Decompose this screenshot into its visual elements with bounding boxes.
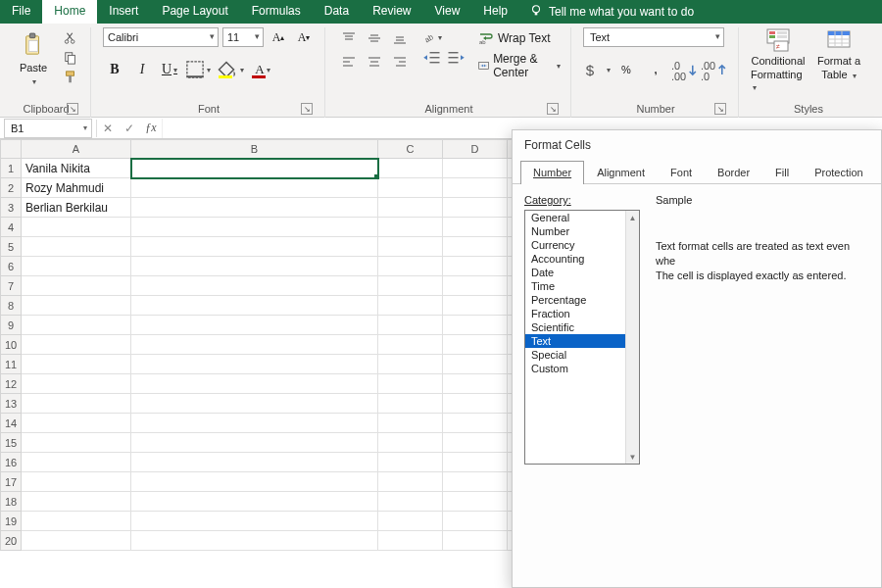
category-item[interactable]: Date [525, 266, 639, 279]
row-header[interactable]: 16 [0, 453, 22, 472]
row-header[interactable]: 5 [0, 237, 22, 257]
percent-format-button[interactable]: % [612, 59, 640, 80]
comma-format-button[interactable]: , [642, 59, 669, 80]
tab-page-layout[interactable]: Page Layout [150, 0, 239, 24]
row-header[interactable]: 10 [0, 335, 22, 355]
category-item[interactable]: Currency [525, 238, 639, 252]
font-dialog-launcher[interactable]: ↘ [301, 103, 313, 115]
cell-D16[interactable] [443, 453, 508, 472]
decrease-indent-button[interactable] [421, 49, 443, 69]
row-header[interactable]: 15 [0, 433, 22, 453]
cell-C19[interactable] [378, 512, 443, 531]
cell-A8[interactable] [22, 296, 131, 316]
cell-D18[interactable] [443, 492, 508, 512]
tab-view[interactable]: View [423, 0, 472, 24]
row-header[interactable]: 7 [0, 276, 22, 296]
dialog-tab-fill[interactable]: Fill [762, 161, 802, 184]
cell-C16[interactable] [378, 453, 443, 472]
cell-D13[interactable] [443, 394, 508, 414]
category-listbox[interactable]: GeneralNumberCurrencyAccountingDateTimeP… [524, 210, 640, 465]
row-header[interactable]: 12 [0, 374, 22, 394]
cell-D19[interactable] [443, 512, 508, 531]
cell-A20[interactable] [22, 531, 131, 551]
category-item[interactable]: Fraction [525, 307, 639, 320]
paste-button[interactable]: Paste ▾ [12, 27, 55, 90]
increase-font-button[interactable]: A▴ [268, 27, 289, 47]
cell-D5[interactable] [443, 237, 508, 257]
row-header[interactable]: 1 [0, 159, 22, 178]
row-header[interactable]: 8 [0, 296, 22, 316]
column-header[interactable]: C [378, 139, 443, 159]
cell-A10[interactable] [22, 335, 131, 355]
align-middle-button[interactable] [363, 27, 386, 49]
fill-color-button[interactable]: ▾ [215, 59, 244, 80]
cell-A3[interactable]: Berlian Berkilau [22, 198, 131, 218]
row-header[interactable]: 20 [0, 531, 22, 551]
dialog-tab-protection[interactable]: Protection [802, 161, 876, 184]
cell-D11[interactable] [443, 355, 508, 374]
row-header[interactable]: 18 [0, 492, 22, 512]
format-as-table-button[interactable]: Format a Table ▾ [811, 27, 866, 80]
font-color-button[interactable]: A▾ [248, 59, 277, 80]
insert-function-button[interactable]: ƒx [140, 119, 162, 138]
cell-B1[interactable] [131, 159, 378, 178]
tab-help[interactable]: Help [471, 0, 519, 24]
dialog-tab-number[interactable]: Number [520, 161, 584, 184]
cell-D4[interactable] [443, 218, 508, 237]
cell-C14[interactable] [378, 414, 443, 433]
row-header[interactable]: 13 [0, 394, 22, 414]
category-item[interactable]: Custom [525, 362, 639, 375]
row-header[interactable]: 11 [0, 355, 22, 374]
cell-C11[interactable] [378, 355, 443, 374]
cell-A9[interactable] [22, 316, 131, 335]
cell-A2[interactable]: Rozy Mahmudi [22, 178, 131, 198]
cell-C9[interactable] [378, 316, 443, 335]
cell-C5[interactable] [378, 237, 443, 257]
italic-button[interactable]: I [130, 59, 154, 80]
cell-B6[interactable] [131, 257, 378, 276]
decrease-font-button[interactable]: A▾ [293, 27, 315, 47]
cell-D17[interactable] [443, 472, 508, 492]
cell-C3[interactable] [378, 198, 443, 218]
row-header[interactable]: 9 [0, 316, 22, 335]
cancel-formula-button[interactable]: ✕ [97, 119, 119, 138]
increase-decimal-button[interactable]: .0.00 [671, 59, 699, 80]
cell-B13[interactable] [131, 394, 378, 414]
cell-A14[interactable] [22, 414, 131, 433]
cell-A18[interactable] [22, 492, 131, 512]
cell-B4[interactable] [131, 218, 378, 237]
cell-B2[interactable] [131, 178, 378, 198]
tab-insert[interactable]: Insert [97, 0, 150, 24]
cell-D10[interactable] [443, 335, 508, 355]
cell-A4[interactable] [22, 218, 131, 237]
decrease-decimal-button[interactable]: .00.0 [701, 59, 728, 80]
copy-button[interactable] [61, 49, 80, 67]
cell-C2[interactable] [378, 178, 443, 198]
cell-B9[interactable] [131, 316, 378, 335]
cell-D8[interactable] [443, 296, 508, 316]
cell-B8[interactable] [131, 296, 378, 316]
cell-D9[interactable] [443, 316, 508, 335]
cell-A16[interactable] [22, 453, 131, 472]
name-box[interactable]: B1▾ [4, 119, 92, 138]
increase-indent-button[interactable] [445, 49, 466, 69]
row-header[interactable]: 4 [0, 218, 22, 237]
cell-A11[interactable] [22, 355, 131, 374]
cell-C13[interactable] [378, 394, 443, 414]
dialog-tab-border[interactable]: Border [705, 161, 762, 184]
align-top-button[interactable] [337, 27, 361, 49]
cell-C8[interactable] [378, 296, 443, 316]
cell-A7[interactable] [22, 276, 131, 296]
column-header[interactable]: D [443, 139, 508, 159]
cell-C15[interactable] [378, 433, 443, 453]
wrap-text-button[interactable]: ab Wrap Text [478, 27, 561, 49]
clipboard-dialog-launcher[interactable]: ↘ [67, 103, 78, 115]
cell-C17[interactable] [378, 472, 443, 492]
bold-button[interactable]: B [103, 59, 126, 80]
category-item[interactable]: Special [525, 348, 639, 362]
borders-button[interactable]: ▾ [185, 59, 211, 80]
cell-A1[interactable]: Vanila Nikita [22, 159, 131, 178]
cell-B11[interactable] [131, 355, 378, 374]
tab-review[interactable]: Review [361, 0, 422, 24]
cell-D12[interactable] [443, 374, 508, 394]
